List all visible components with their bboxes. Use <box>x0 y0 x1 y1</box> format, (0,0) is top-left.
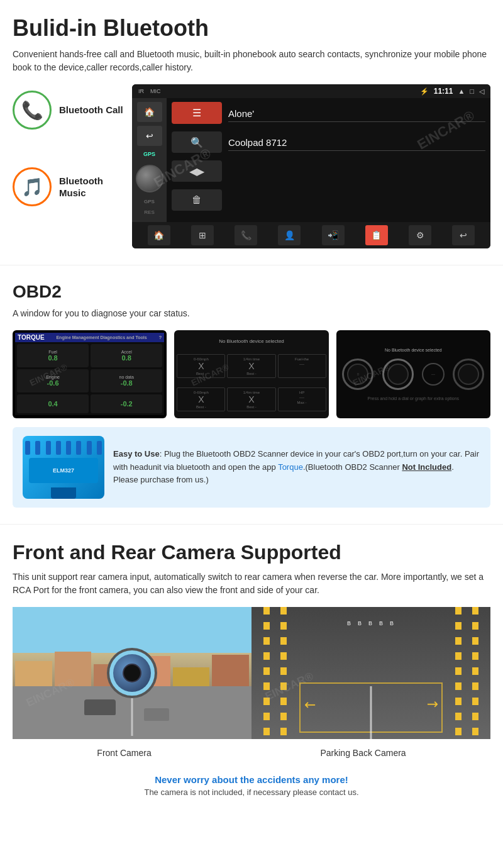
building-1 <box>15 661 52 686</box>
torque-body: Fuel 0.8 Accel 0.8 Engine -0.6 no data -… <box>15 342 164 415</box>
contact-search-row: 🔍 Coolpad 8712 <box>172 131 485 157</box>
camera-captions-row: Front Camera Parking Back Camera <box>13 743 490 758</box>
diag-cell-6: HP — Max - <box>278 387 326 411</box>
obd2-section: OBD2 A window for you to diagnose your c… <box>0 272 503 518</box>
torque-subtitle: Engine Management Diagnostics and Tools <box>56 335 146 340</box>
gauge-accel: Accel 0.8 <box>91 344 162 367</box>
gps-sub: GPS <box>144 199 155 204</box>
transfer-btn[interactable]: ◀▶ <box>172 160 222 182</box>
chip-body: ELM327 <box>29 458 98 483</box>
camera-title: Front and Rear Camera Supported <box>13 541 490 564</box>
building-6 <box>212 655 249 686</box>
car-silhouette-2 <box>144 708 169 721</box>
building-2 <box>55 652 92 686</box>
bluetooth-section: Bulid-in Bluetooth Convenient hands-free… <box>0 0 503 259</box>
contacts-bottom-btn[interactable]: 👤 <box>278 225 301 245</box>
gps-label: GPS <box>143 151 155 157</box>
contact-list-row: ☰ Alone' <box>172 102 485 128</box>
gauge-extra1: 0.4 <box>17 394 89 413</box>
gauge-rpm-value: -0.8 <box>121 379 133 387</box>
home-bottom-btn[interactable]: 🏠 <box>148 225 170 245</box>
home-btn[interactable]: 🏠 <box>137 102 162 122</box>
diag-row-1: 0-60mph X Best - 1/4m time X Best - Fuel… <box>177 354 326 378</box>
back-bottom-btn[interactable]: ↩ <box>452 225 475 245</box>
parking-stripe-left-2 <box>280 607 287 739</box>
street-scene: EINCAR® <box>13 607 252 739</box>
diag-cell-3: Fuel-the — <box>278 354 326 378</box>
gauge-no-bt: No Bluetooth device selected <box>340 348 487 352</box>
car-screen-mockup: IR MIC ⚡ 11:11 ▲ □ ◁ 🏠 ↩ GPS <box>132 84 490 248</box>
car-screen-main: 🏠 ↩ GPS GPS RES ☰ Alone' 🔍 <box>132 98 490 222</box>
bluetooth-desc: Convenient hands-free call and Bluetooth… <box>13 48 490 74</box>
divider-2 <box>0 524 503 525</box>
gauge-inner-2 <box>387 364 409 385</box>
camera-images: EINCAR® B B B B B ↙ ↘ EINC <box>13 607 490 739</box>
torque-link: Torque <box>278 462 303 472</box>
obd2-info-box: ELM327 Easy to Use: Plug the Bluetooth O… <box>13 427 490 508</box>
volume-knob[interactable] <box>136 165 163 192</box>
diag-screen-1: No Bluetooth device selected 0-60mph X B… <box>174 330 328 418</box>
gauge-engine-value: -0.6 <box>47 379 59 387</box>
parking-stripe-right-2 <box>455 607 462 739</box>
obd2-desc: A window for you to diagnose your car st… <box>13 307 490 320</box>
gauge-fuel-value: 0.8 <box>48 354 57 362</box>
camera-lens-pupil <box>123 664 141 682</box>
contact-delete-row: 🗑 <box>172 189 485 214</box>
grid-bottom-btn[interactable]: ⊞ <box>191 225 214 245</box>
divider-1 <box>0 265 503 265</box>
torque-title: TORQUE <box>18 334 45 341</box>
chip-label: ELM327 <box>53 467 74 474</box>
building-5 <box>173 667 210 686</box>
obd2-chip-detail: ELM327 <box>23 436 104 499</box>
car-screen-sidebar: 🏠 ↩ GPS GPS RES <box>132 98 167 222</box>
torque-screen: TORQUE Engine Management Diagnostics and… <box>13 330 167 418</box>
easy-to-use-label: Easy to Use <box>113 449 160 459</box>
chip-connector <box>51 487 76 499</box>
bluetooth-music-label: Bluetooth Music <box>59 175 126 199</box>
chip-pin-2 <box>35 441 40 455</box>
rear-camera-caption: Parking Back Camera <box>320 748 406 758</box>
car-silhouette-1 <box>84 699 116 715</box>
gauge-press-hold: Press and hold a dial or graph for extra… <box>340 396 487 401</box>
diag-row-2: 0-60mph X Best - 1/4m time X Best - HP —… <box>177 387 326 411</box>
front-camera-caption: Front Camera <box>97 748 151 758</box>
chip-pin-6 <box>76 441 81 455</box>
obd2-info-text: Easy to Use: Plug the Bluetooth OBD2 Sca… <box>113 448 480 487</box>
active-bottom-btn[interactable]: 📋 <box>365 225 388 245</box>
torque-screen-box: TORQUE Engine Management Diagnostics and… <box>13 330 167 418</box>
bluetooth-call-icon: 📞 <box>13 91 52 130</box>
gauge-fuel: Fuel 0.8 <box>17 344 89 367</box>
torque-help-icon[interactable]: ? <box>158 335 162 340</box>
car-screen-content: ☰ Alone' 🔍 Coolpad 8712 ◀▶ 🗑 <box>167 98 490 222</box>
bottom-callout: Never worry about the accidents any more… <box>0 764 503 812</box>
gauge-inner-4 <box>458 364 479 385</box>
camera-desc: This unit support rear camera input, aut… <box>13 570 490 597</box>
camera-lens-inner <box>113 654 151 692</box>
parking-stripe-right-1 <box>472 607 478 739</box>
contact-list-btn[interactable]: ☰ <box>172 102 222 124</box>
chip-pin-3 <box>46 441 51 455</box>
gauge-rpm: no data -0.8 <box>91 369 162 392</box>
back-btn[interactable]: ↩ <box>137 126 162 146</box>
chip-pin-5 <box>66 441 71 455</box>
gauge-inner-1: 0 <box>347 364 368 385</box>
chip-pin-4 <box>56 441 61 455</box>
contact-name-2: Coolpad 8712 <box>228 137 485 151</box>
torque-header: TORQUE Engine Management Diagnostics and… <box>15 333 164 342</box>
back-icon: ◁ <box>479 87 484 96</box>
search-btn[interactable]: 🔍 <box>172 131 222 153</box>
car-screen-top-bar: IR MIC ⚡ 11:11 ▲ □ ◁ <box>132 84 490 98</box>
obd2-images: TORQUE Engine Management Diagnostics and… <box>13 330 490 418</box>
settings-bottom-btn[interactable]: ⚙ <box>409 225 431 245</box>
chip-pins <box>23 441 104 455</box>
gauge-circle-3: — <box>422 363 445 386</box>
bluetooth-music-row: 🎵 Bluetooth Music <box>13 167 126 206</box>
battery-icon: □ <box>470 87 474 95</box>
bluetooth-icon: ⚡ <box>420 87 429 96</box>
phone-bottom-btn[interactable]: 📞 <box>235 225 257 245</box>
call-bottom-btn[interactable]: 📲 <box>322 225 345 245</box>
signal-icon: ▲ <box>458 87 465 95</box>
gauge-extra2: -0.2 <box>91 394 162 413</box>
chip-pin-8 <box>97 441 102 455</box>
delete-btn[interactable]: 🗑 <box>172 189 222 211</box>
